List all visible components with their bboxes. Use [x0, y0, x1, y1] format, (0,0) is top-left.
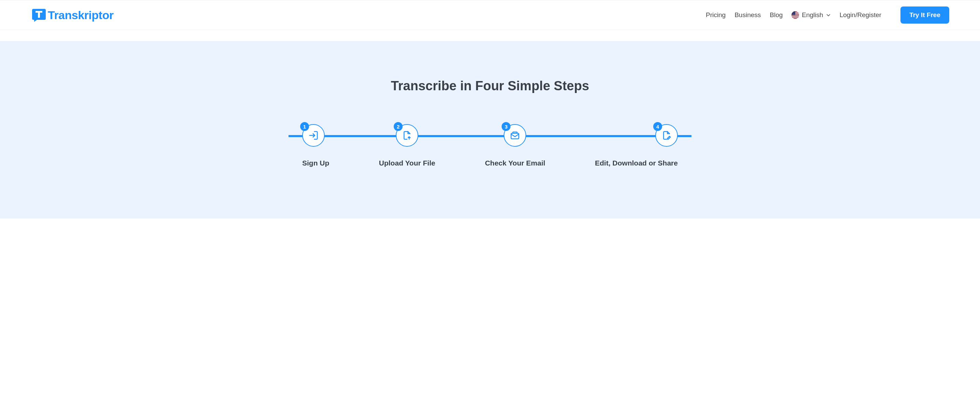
envelope-icon [510, 130, 520, 141]
signin-icon [308, 130, 318, 141]
steps-container: 1 Sign Up 2 [268, 124, 712, 167]
step-edit: 4 Edit, Download or Share [595, 124, 678, 167]
main-nav: Pricing Business Blog English Login/Regi… [706, 6, 949, 24]
brand-logo[interactable]: Transkriptor [31, 7, 113, 23]
step-email: 3 Check Your Email [485, 124, 545, 167]
nav-pricing[interactable]: Pricing [706, 11, 725, 19]
logo-icon [31, 7, 47, 23]
step-label: Check Your Email [485, 159, 545, 167]
chevron-down-icon [826, 13, 831, 18]
site-header: Transkriptor Pricing Business Blog Engli… [0, 0, 980, 30]
section-title: Transcribe in Four Simple Steps [0, 78, 980, 93]
step-signup: 1 Sign Up [302, 124, 329, 167]
step-number-badge: 1 [300, 122, 309, 131]
language-label: English [802, 11, 823, 19]
step-label: Sign Up [302, 159, 329, 167]
language-selector[interactable]: English [792, 11, 830, 19]
edit-file-icon [662, 130, 672, 141]
try-free-button[interactable]: Try It Free [900, 6, 949, 24]
step-number-badge: 4 [653, 122, 662, 131]
step-label: Edit, Download or Share [595, 159, 678, 167]
brand-name: Transkriptor [48, 8, 113, 22]
nav-blog[interactable]: Blog [770, 11, 783, 19]
flag-us-icon [792, 11, 799, 19]
step-upload: 2 Upload Your File [379, 124, 435, 167]
upload-file-icon [402, 130, 412, 141]
nav-login[interactable]: Login/Register [840, 11, 882, 19]
step-label: Upload Your File [379, 159, 435, 167]
svg-rect-2 [511, 133, 519, 139]
svg-rect-1 [38, 11, 40, 18]
steps-section: Transcribe in Four Simple Steps 1 Sign U… [0, 41, 980, 219]
nav-business[interactable]: Business [735, 11, 761, 19]
